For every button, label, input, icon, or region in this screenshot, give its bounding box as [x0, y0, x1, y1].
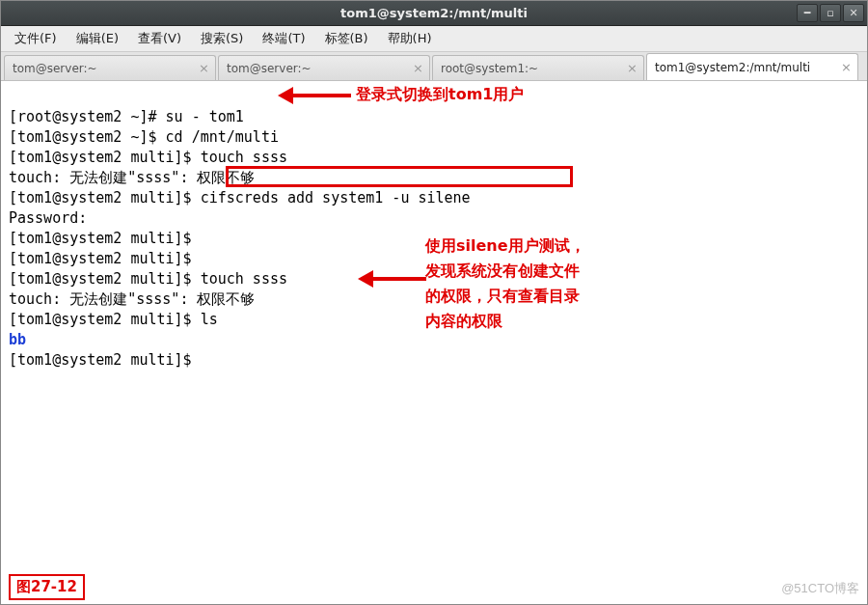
tab-label: tom@server:~: [13, 62, 97, 75]
tab-label: tom1@system2:/mnt/multi: [655, 61, 810, 74]
menu-edit[interactable]: 编辑(E): [68, 27, 126, 50]
menu-search[interactable]: 搜索(S): [193, 27, 251, 50]
menu-file[interactable]: 文件(F): [7, 27, 65, 50]
close-icon[interactable]: ×: [199, 62, 209, 74]
terminal-line: [tom1@system2 multi]$: [9, 250, 201, 267]
annotation-arrow-1: [278, 87, 351, 104]
annotation-arrow-2: [358, 270, 426, 288]
close-icon[interactable]: ×: [627, 62, 637, 74]
terminal-line: [root@system2 ~]# su - tom1: [9, 108, 244, 125]
window-title: tom1@system2:/mnt/multi: [340, 6, 528, 20]
tab-3-active[interactable]: tom1@system2:/mnt/multi ×: [646, 53, 858, 80]
terminal-line: [tom1@system2 multi]$ touch ssss: [9, 149, 287, 166]
menubar: 文件(F) 编辑(E) 查看(V) 搜索(S) 终端(T) 标签(B) 帮助(H…: [1, 26, 867, 52]
tab-label: tom@server:~: [227, 62, 312, 75]
terminal-line: Password:: [9, 209, 87, 227]
terminal-line: touch: 无法创建"ssss": 权限不够: [9, 169, 255, 186]
menu-view[interactable]: 查看(V): [130, 27, 189, 50]
menu-tabs[interactable]: 标签(B): [317, 27, 376, 50]
close-icon[interactable]: ×: [841, 61, 852, 73]
tab-1[interactable]: tom@server:~ ×: [218, 55, 430, 80]
annotation-text-block: 使用silene用户测试， 发现系统没有创建文件 的权限，只有查看目录 内容的权…: [425, 234, 585, 334]
figure-label: 图27-12: [9, 574, 85, 600]
annotation-block-line: 内容的权限: [425, 309, 585, 334]
tab-bar: tom@server:~ × tom@server:~ × root@syste…: [1, 52, 867, 81]
terminal-line: [tom1@system2 multi]$: [9, 230, 201, 247]
terminal-line: [tom1@system2 multi]$ cifscreds add syst…: [9, 189, 471, 206]
close-button[interactable]: ✕: [843, 4, 864, 22]
maximize-button[interactable]: ▫: [820, 4, 841, 22]
terminal-line: [tom1@system2 ~]$ cd /mnt/multi: [9, 128, 279, 146]
tab-2[interactable]: root@system1:~ ×: [432, 55, 644, 80]
watermark: @51CTO博客: [781, 578, 859, 598]
annotation-text-1: 登录式切换到tom1用户: [356, 84, 524, 104]
terminal-viewport[interactable]: [root@system2 ~]# su - tom1 [tom1@system…: [1, 81, 867, 604]
annotation-box-cifscreds: [226, 166, 573, 187]
window-controls: ━ ▫ ✕: [797, 4, 864, 22]
terminal-line: [tom1@system2 multi]$: [9, 351, 201, 369]
annotation-block-line: 发现系统没有创建文件: [425, 259, 585, 284]
terminal-line: touch: 无法创建"ssss": 权限不够: [9, 290, 255, 308]
annotation-block-line: 使用silene用户测试，: [425, 234, 585, 259]
tab-0[interactable]: tom@server:~ ×: [4, 55, 216, 80]
menu-help[interactable]: 帮助(H): [380, 27, 440, 50]
terminal-line: [tom1@system2 multi]$ ls: [9, 311, 218, 328]
terminal-line-ls-output: bb: [9, 331, 26, 348]
close-icon[interactable]: ×: [413, 62, 423, 74]
minimize-button[interactable]: ━: [797, 4, 818, 22]
menu-terminal[interactable]: 终端(T): [255, 27, 312, 50]
titlebar: tom1@system2:/mnt/multi ━ ▫ ✕: [1, 1, 867, 26]
tab-label: root@system1:~: [441, 62, 538, 75]
annotation-block-line: 的权限，只有查看目录: [425, 284, 585, 309]
terminal-line: [tom1@system2 multi]$ touch ssss: [9, 270, 287, 288]
